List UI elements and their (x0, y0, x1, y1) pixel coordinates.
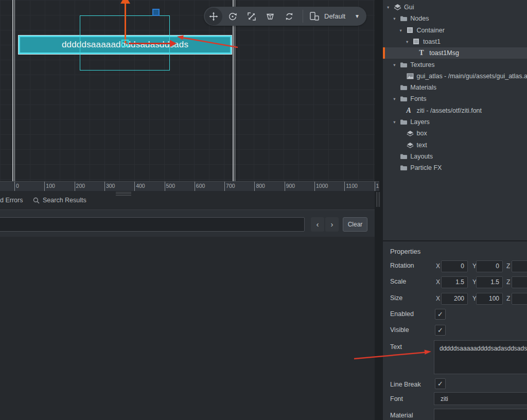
folder-icon (400, 62, 409, 68)
tree-item-layers[interactable]: ▾ Layers (383, 116, 527, 128)
size-x-field[interactable]: 200 (441, 293, 468, 305)
ruler-tick (344, 182, 345, 191)
font-field[interactable]: ziti (434, 392, 527, 405)
tree-item-materials[interactable]: Materials (383, 82, 527, 93)
ruler-tick-label: 300 (106, 183, 115, 189)
atlas-icon (407, 73, 415, 79)
prev-result-button[interactable]: ‹ (311, 217, 324, 232)
rotate-icon (228, 12, 237, 21)
move-tool-button[interactable] (205, 8, 222, 25)
tree-item-text[interactable]: text (383, 139, 527, 151)
ruler-tick (254, 182, 255, 191)
results-area (0, 237, 375, 420)
expand-arrow-icon[interactable]: ▾ (387, 5, 394, 10)
gizmo-plane-handle[interactable] (152, 9, 160, 16)
size-y-field[interactable]: 100 (476, 293, 503, 305)
axis-z-label: Z (506, 278, 510, 286)
search-bar: ‹ › Clear (0, 209, 375, 237)
axis-z-label: Z (506, 262, 510, 270)
line-break-checkbox[interactable]: ✓ (435, 378, 446, 389)
clear-button[interactable]: Clear (343, 217, 367, 232)
frustum-tool-button[interactable] (261, 8, 279, 25)
rotation-row: X 0 Y 0 Z (383, 260, 527, 273)
rotate-tool-button[interactable] (224, 8, 241, 25)
ruler-tick-label: 1000 (316, 183, 328, 189)
scale-z-field[interactable] (512, 276, 527, 288)
material-field[interactable] (434, 409, 527, 420)
box-node-icon (413, 38, 421, 45)
enabled-checkbox[interactable]: ✓ (435, 309, 446, 320)
next-result-button[interactable]: › (325, 217, 339, 232)
tree-item-layouts[interactable]: Layouts (383, 151, 527, 162)
properties-panel: Properties Rotation X 0 Y 0 Z Scale X 1.… (383, 241, 527, 420)
expand-arrow-icon[interactable]: ▾ (393, 119, 400, 125)
vertical-splitter[interactable] (375, 0, 383, 420)
visible-checkbox[interactable]: ✓ (435, 325, 446, 336)
scene-viewport[interactable]: dddddsaaaaaddddsadasddsads (0, 0, 375, 181)
expand-arrow-icon[interactable]: ▾ (393, 62, 400, 67)
ruler-tick (195, 182, 195, 191)
gizmo-y-arrowhead[interactable] (120, 0, 130, 4)
tree-item-fonts[interactable]: ▾ Fonts (383, 93, 527, 104)
ruler-tick (375, 182, 375, 191)
scale-icon (247, 12, 256, 21)
ruler-tick-label: 800 (256, 183, 265, 189)
refresh-tool-button[interactable] (280, 8, 298, 25)
scene-guide-right (233, 0, 234, 181)
ruler-tick-label: 0 (16, 183, 19, 189)
tab-build-errors[interactable]: d Errors (0, 197, 23, 204)
gui-icon (394, 4, 402, 11)
tree-item-toast1msg[interactable]: T toast1Msg (383, 47, 527, 59)
expand-arrow-icon[interactable]: ▾ (393, 96, 400, 101)
ruler-tick-label: 100 (46, 183, 55, 189)
expand-arrow-icon[interactable]: ▾ (406, 39, 413, 44)
ruler-tick-label: 200 (76, 183, 85, 189)
expand-arrow-icon[interactable]: ▾ (393, 16, 400, 21)
size-z-field[interactable] (512, 293, 527, 305)
tree-item-nodes[interactable]: ▾ Nodes (383, 13, 527, 24)
tree-item-gui[interactable]: ▾ Gui (383, 2, 527, 13)
rotation-y-field[interactable]: 0 (476, 260, 503, 272)
text-node-icon: T (419, 49, 428, 57)
tree-item-ziti-assets-otf-ziti-font[interactable]: A ziti - /assets/otf/ziti.font (383, 105, 527, 116)
scale-row: X 1.5 Y 1.5 Z (383, 276, 527, 289)
vertical-splitter-grip[interactable] (376, 192, 380, 207)
tree-item-box[interactable]: box (383, 128, 527, 139)
tree-item-toast1[interactable]: ▾ toast1 (383, 36, 527, 47)
text-field[interactable] (434, 340, 527, 374)
scale-x-field[interactable]: 1.5 (441, 276, 468, 288)
expand-arrow-icon[interactable]: ▾ (400, 28, 407, 33)
line-break-label: Line Break (390, 381, 421, 388)
panel-splitter-grip[interactable] (116, 192, 131, 196)
tree-item-container[interactable]: ▾ Container (383, 25, 527, 36)
move-gizmo[interactable] (0, 0, 375, 181)
ruler-tick-label: 500 (166, 183, 175, 189)
ruler-tick-label: 600 (196, 183, 205, 189)
scale-tool-button[interactable] (243, 8, 260, 25)
enabled-label: Enabled (390, 310, 414, 318)
ruler-tick-label: 900 (286, 183, 295, 189)
search-input[interactable] (0, 217, 305, 232)
folder-icon (400, 84, 409, 91)
search-icon (33, 197, 40, 204)
horizontal-ruler: 0100200300400500600700800900100011001200 (0, 181, 379, 191)
outline-tree: ▾ Gui ▾ Nodes ▾ Container ▾ toast1 T toa… (383, 0, 527, 240)
ruler-tick (285, 182, 285, 191)
scale-y-field[interactable]: 1.5 (476, 276, 503, 288)
layout-select[interactable]: Default (324, 7, 345, 26)
tab-search-results[interactable]: Search Results (33, 197, 86, 204)
ruler-tick-label: 1100 (346, 183, 358, 189)
folder-icon (400, 153, 409, 160)
font-icon: A (407, 107, 411, 114)
gizmo-pivot-handle[interactable] (121, 40, 129, 47)
chevron-down-icon[interactable]: ▼ (355, 7, 360, 26)
move-icon (209, 12, 218, 21)
rotation-z-field[interactable] (512, 260, 527, 272)
axis-z-label: Z (506, 295, 510, 302)
tree-item-particle-fx[interactable]: Particle FX (383, 162, 527, 173)
tree-item-textures[interactable]: ▾ Textures (383, 59, 527, 71)
tree-item-gui-atlas-main-gui-assets-gui-atlas-atlas[interactable]: gui_atlas - /main/gui/assets/gui_atlas.a… (383, 71, 527, 82)
ruler-tick (224, 182, 225, 191)
bottom-panel: d Errors Search Results ‹ › Clear (0, 190, 375, 420)
rotation-x-field[interactable]: 0 (441, 260, 468, 272)
